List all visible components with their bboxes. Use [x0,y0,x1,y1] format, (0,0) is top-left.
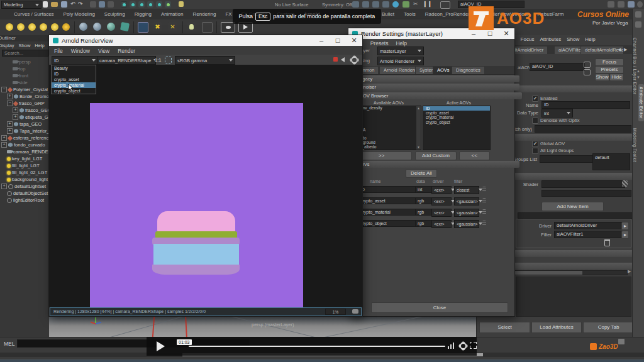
zoom-level-label[interactable]: 1:1 [155,57,161,63]
frame-icon[interactable] [440,1,450,9]
collapse-icon[interactable] [1,87,7,92]
select-tool-icon[interactable] [90,1,96,8]
aov-data-cell[interactable]: rgb [415,197,433,204]
denoise-checkbox[interactable] [532,118,538,124]
show-button[interactable]: Show [595,74,609,81]
cube-shelf-icon[interactable] [120,22,130,31]
name-input[interactable]: ID [541,101,630,109]
sidebar-tab-channel-box[interactable]: Channel Box / Layer Editor [633,38,637,95]
shelf-tab[interactable]: Rigging [135,11,152,17]
add-new-item-button[interactable]: Add New Item [541,202,604,211]
camera-select[interactable]: camara_RENDERShape [97,56,156,65]
gear-icon[interactable] [351,57,358,63]
redo-icon[interactable]: ↷ [78,1,83,7]
menu-show[interactable]: Show [19,43,31,48]
menu-display[interactable]: Display [0,43,14,48]
map-button-icon[interactable] [622,180,628,187]
menu-file[interactable]: File [54,48,63,54]
aov-filter-select[interactable]: <gaussian> [454,209,479,217]
expand-icon[interactable] [7,121,13,127]
menu-focus[interactable]: Focus [521,36,535,42]
shelf-tab[interactable]: Curves / Surfaces [14,11,54,17]
menu-presets[interactable]: Presets [370,40,389,47]
sphere-shelf-icon[interactable] [93,23,101,31]
sphere-shelf-icon[interactable] [79,23,87,31]
light-shelf-icon[interactable] [17,23,25,31]
list-item-selected[interactable]: ID [423,106,490,111]
make-live-icon[interactable] [165,1,171,8]
light-shelf-icon[interactable] [6,23,13,31]
scrollbar[interactable]: ▲ ▼ [416,106,421,150]
driver-connection-button[interactable]: ▸ [621,222,629,230]
aov-filter-select[interactable]: <gaussian> [454,220,479,228]
list-item[interactable]: Tapa_interior_GEO [0,128,49,134]
light-shelf-icon[interactable] [62,23,70,31]
row-handle-icon[interactable] [482,209,486,214]
crypto-x-shelf-icon[interactable]: ✕ [168,22,177,31]
list-item[interactable]: tapa_GEO [0,121,49,128]
search-input[interactable]: Search... [2,50,48,57]
fit-frame-icon[interactable] [165,57,172,63]
light-shelf-icon[interactable] [51,23,58,31]
expand-icon[interactable] [1,135,7,141]
expand-icon[interactable] [13,114,18,120]
add-custom-button[interactable]: Add Custom [415,151,457,160]
aov-name-cell[interactable]: crypto_object [358,220,416,227]
list-item[interactable]: persp [0,58,49,65]
aov-name-cell[interactable]: crypto_material [358,209,416,216]
box-shelf-icon[interactable] [202,22,213,33]
snap-projected-icon[interactable] [147,1,153,8]
lasso-tool-icon[interactable] [99,1,105,8]
menu-view[interactable]: View [98,48,109,54]
aov-driver-select[interactable]: <exr> [431,186,452,194]
pin-copy-right-icon[interactable] [584,69,591,75]
aov-name-cell[interactable]: ID [358,186,416,193]
aov-driver-select[interactable]: <exr> [431,197,452,206]
pause-icon[interactable]: ❙❙ [423,1,432,7]
menu-render[interactable]: Render [118,48,135,54]
gamma-select[interactable]: sRGB gamma [175,56,235,65]
cut-icon[interactable]: ✂ [413,1,418,7]
crypto-shelf-icon[interactable]: ✖ [153,22,162,31]
menu-window[interactable]: Window [71,48,90,54]
close-button[interactable]: ✕ [346,35,362,46]
light-shelf-icon[interactable] [40,23,47,31]
camera-batch-input[interactable] [535,125,631,133]
aov-filter-select[interactable]: <gaussian> [454,197,479,206]
row-handle-icon[interactable] [482,187,486,192]
speaker-icon[interactable] [341,57,345,62]
row-handle-icon[interactable] [482,198,486,203]
stop-render-icon[interactable] [333,57,338,62]
play-button[interactable] [157,341,165,351]
grid-calendar-icon[interactable] [618,339,625,344]
move-left-button[interactable]: << [459,151,490,160]
expand-icon[interactable] [1,184,7,189]
history-icon[interactable] [362,1,369,8]
copy-tab-button[interactable]: Copy Tab [583,322,634,333]
dropdown-item-crypto-material[interactable]: crypto_material [52,82,96,88]
minimize-button[interactable]: – [313,35,330,46]
range-strip[interactable] [0,359,644,362]
list-item[interactable]: etiqueta_GEO [0,114,49,121]
shelf-tab[interactable]: Bullet [382,11,394,17]
construction-icon[interactable] [372,1,379,8]
shelf-tab[interactable]: Rendering [192,11,216,17]
section-aovs[interactable]: AOVs [350,161,519,168]
render-view-shelf-icon[interactable] [138,22,148,33]
settings-gear-icon[interactable] [460,343,467,349]
scroll-down-icon[interactable]: ▼ [417,145,420,150]
render-image-area[interactable] [49,65,362,307]
horizontal-scrollbar[interactable] [514,270,628,275]
aov-filter-select[interactable]: closest [454,186,479,194]
select-button[interactable]: Select [479,322,530,333]
shelf-tab[interactable]: Radeon_ProRender [425,11,470,17]
filter-input[interactable]: aiAOVFilter1 [554,231,624,238]
texture-icon[interactable] [402,1,409,8]
maximize-button[interactable]: □ [330,35,346,46]
list-item[interactable]: lightEditorRoot [0,197,49,204]
list-item[interactable]: side [0,79,49,86]
list-item[interactable]: fill_light_02_LGT [0,169,49,176]
mel-label[interactable]: MEL [4,341,14,347]
render-icon[interactable] [382,1,389,8]
menu-attributes[interactable]: Attributes [540,36,561,42]
